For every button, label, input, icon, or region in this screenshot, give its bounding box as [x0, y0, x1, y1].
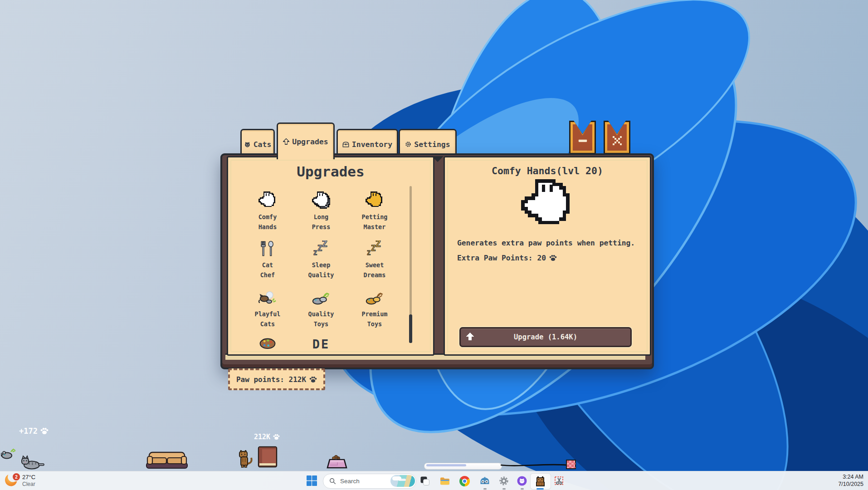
weather-condition: Clear — [22, 481, 35, 487]
food-bowl-sprite[interactable] — [325, 453, 349, 470]
glove-white-icon — [241, 189, 294, 212]
toys-gold-icon — [348, 286, 401, 309]
chest-icon — [342, 142, 349, 147]
taskbar-icon-file-explorer[interactable] — [439, 475, 451, 487]
partial-item-text: DE — [294, 337, 348, 351]
palette-icon — [241, 332, 294, 354]
upgrade-item-comfy-hands[interactable]: ComfyHands — [241, 189, 294, 232]
taskbar-icon-snipping-tool[interactable] — [553, 475, 565, 487]
tab-label: Settings — [414, 140, 450, 149]
toy-string — [501, 462, 567, 470]
grey-cat-sprite[interactable] — [20, 455, 44, 470]
paw-icon — [309, 376, 317, 383]
svg-text:Z: Z — [322, 240, 327, 249]
upgrade-button-label: Upgrade (1.64K) — [514, 333, 577, 341]
weather-icon: 2 — [5, 473, 19, 488]
taskbar-icon-github-desktop[interactable] — [516, 475, 528, 487]
upgrade-item-quality-toys[interactable]: QualityToys — [294, 286, 348, 329]
upgrade-detail-page: Comfy Hands(lvl 20) Generates extra paw … — [444, 156, 651, 356]
upgrade-item-playful-cats[interactable]: PlayfulCats — [241, 286, 294, 329]
search-label: Search — [340, 478, 360, 485]
book-stack-sprite[interactable] — [257, 446, 278, 469]
weather-temp: 27°C — [22, 473, 35, 481]
taskbar-icon-godot[interactable] — [479, 475, 491, 487]
svg-text:Z: Z — [367, 249, 371, 256]
cat-face-icon — [244, 141, 251, 148]
zzz-grey-icon: ZZZ — [294, 237, 348, 260]
page-scrollbar-thumb[interactable] — [409, 314, 412, 343]
taskbar-icon-chrome[interactable] — [458, 475, 470, 487]
running-indicator — [483, 488, 487, 490]
glove-press-icon — [294, 189, 348, 212]
clock-date: 7/10/2025 — [811, 480, 863, 488]
search-bar[interactable]: Search — [323, 474, 416, 489]
upgrade-item-label: Hands — [241, 222, 294, 232]
tab-label: Inventory — [352, 140, 392, 149]
gear-dark-icon — [405, 141, 411, 147]
upgrades-list-page: Upgrades ComfyHandsLongPressPettingMaste… — [227, 156, 434, 356]
tab-upgrades[interactable]: Upgrades — [277, 122, 335, 159]
desktop-progress-bar[interactable] — [424, 463, 502, 470]
search-icon — [329, 478, 336, 485]
paw-icon — [273, 434, 280, 440]
search-weather-thumbnail[interactable] — [390, 475, 415, 487]
upgrade-item-partial-text[interactable]: DE — [294, 332, 348, 351]
page-title: Upgrades — [228, 163, 433, 180]
orange-cat-sprite[interactable] — [239, 450, 258, 468]
paw-gain-text: +172 — [19, 426, 38, 436]
upgrade-item-label: Quality — [294, 309, 348, 319]
upgrade-detail-title: Comfy Hands(lvl 20) — [445, 165, 650, 176]
weather-widget[interactable]: 2 27°C Clear — [5, 473, 35, 488]
glove-gold-icon — [348, 189, 401, 212]
toy-lure[interactable] — [566, 460, 576, 469]
tab-label: Cats — [254, 140, 272, 149]
upgrade-item-sleep-quality[interactable]: ZZZSleepQuality — [294, 237, 348, 280]
cutlery-icon — [241, 237, 294, 260]
upgrade-item-sweet-dreams[interactable]: ZZZSweetDreams — [348, 237, 401, 280]
upgrade-item-premium-toys[interactable]: PremiumToys — [348, 286, 401, 329]
desktop-paw-counter: 212K — [254, 433, 280, 441]
toys-grey-icon — [294, 286, 348, 309]
mouse-toy-sprite[interactable] — [1, 447, 17, 459]
start-button[interactable] — [307, 475, 317, 486]
zzz-gold-icon: ZZZ — [348, 237, 401, 260]
active-running-indicator — [536, 488, 544, 490]
running-indicator — [502, 488, 506, 490]
upgrade-item-label: Long — [294, 212, 348, 222]
paw-icon — [549, 255, 557, 261]
upgrade-item-long-press[interactable]: LongPress — [294, 189, 348, 232]
clock-time: 3:24 AM — [811, 473, 863, 480]
couch-sprite[interactable] — [146, 451, 188, 470]
minimize-icon — [577, 136, 588, 146]
upgrade-item-label: Cat — [241, 260, 294, 270]
taskbar-icon-settings[interactable] — [498, 475, 510, 487]
svg-text:Z: Z — [375, 240, 381, 249]
svg-text:Z: Z — [371, 244, 375, 253]
running-indicator — [521, 488, 524, 490]
upgrade-item-label: Dreams — [348, 270, 401, 280]
paw-points-text: Paw points: 212K — [236, 375, 306, 384]
svg-text:Z: Z — [317, 244, 322, 253]
taskbar-icon-cat-game[interactable] — [534, 475, 546, 487]
upgrade-item-label: Quality — [294, 270, 348, 280]
upgrade-item-partial-palette[interactable] — [241, 332, 294, 354]
upgrade-extra-text: Extra Paw Points: 20 — [457, 254, 546, 262]
upgrade-item-cat-chef[interactable]: CatChef — [241, 237, 294, 280]
upgrade-item-label: Cats — [241, 319, 294, 329]
arrow-up-icon — [466, 332, 474, 341]
upgrade-item-label: Premium — [348, 309, 401, 319]
tab-label: Upgrades — [292, 137, 328, 146]
chrome-icon — [459, 476, 470, 486]
close-icon — [612, 136, 622, 146]
upgrade-item-label: Chef — [241, 270, 294, 280]
paw-icon — [40, 427, 49, 435]
paw-points-label: Paw points: 212K — [228, 368, 325, 390]
taskbar-icon-task-view[interactable] — [419, 475, 431, 487]
svg-text:Z: Z — [313, 249, 317, 256]
desktop-screen: +172 212K CatsUpgradesInventorySettings … — [0, 0, 868, 490]
upgrade-item-label: Press — [294, 222, 348, 232]
upgrade-buy-button[interactable]: Upgrade (1.64K) — [459, 327, 632, 347]
upgrade-description: Generates extra paw points when petting. — [457, 239, 635, 247]
clock[interactable]: 3:24 AM 7/10/2025 — [811, 473, 863, 488]
upgrade-item-petting-master[interactable]: PettingMaster — [348, 189, 401, 232]
